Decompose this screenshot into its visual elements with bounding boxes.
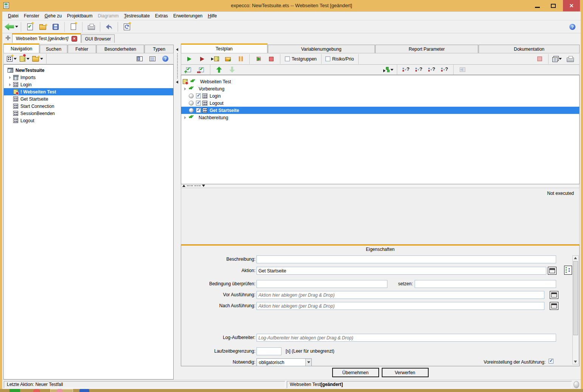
tree-item-login[interactable]: Login [4, 81, 173, 88]
notwendig-select[interactable]: obligatorisch [257, 358, 312, 366]
help-button[interactable]: ? [566, 22, 578, 32]
new-document-button[interactable] [67, 22, 79, 32]
collapse-up-icon[interactable] [182, 185, 185, 187]
tab-navigation[interactable]: Navigation [3, 44, 39, 53]
verwerfen-button[interactable]: Verwerfen [382, 368, 429, 377]
open-button[interactable] [37, 22, 49, 32]
tab-testplan[interactable]: Testplan [181, 44, 267, 53]
run-mode-button[interactable] [382, 64, 394, 75]
stop-button[interactable] [265, 54, 277, 64]
log-aufbereiter-dropzone[interactable] [257, 334, 556, 342]
move-down-button[interactable] [226, 64, 238, 75]
expander-icon[interactable] [9, 76, 11, 79]
query-skip-button[interactable] [400, 64, 412, 75]
help-button[interactable]: ? [159, 53, 171, 64]
new-testplan-button[interactable] [19, 53, 31, 64]
tab-besonderheiten[interactable]: Besonderheiten [96, 45, 145, 53]
menu-projektbaum[interactable]: Projektbaum [64, 12, 95, 20]
testplan-item-login[interactable]: Login [181, 92, 579, 100]
menu-hilfe[interactable]: Hilfe [205, 12, 219, 20]
scroll-down-icon[interactable] [574, 361, 577, 363]
collapse-left-icon[interactable] [176, 81, 178, 84]
testplan-item-nachbereitung[interactable]: Nachbereitung [181, 114, 579, 121]
menu-datei[interactable]: Datei [5, 12, 21, 20]
expander-icon[interactable] [184, 116, 186, 119]
tab-webseiten-test[interactable]: Webseiten Test [geändert] ✕ [12, 33, 81, 43]
undo-button[interactable] [103, 22, 115, 32]
menu-erweiterungen[interactable]: Erweiterungen [171, 12, 205, 20]
tree-item-get-startseite[interactable]: Get Startseite [4, 95, 173, 103]
tab-report-parameter[interactable]: Report Parameter [375, 45, 479, 53]
tree-item-session-beenden[interactable]: SessionBeenden [4, 110, 173, 117]
risiko-prio-checkbox[interactable] [325, 56, 330, 61]
item-checkbox[interactable] [196, 108, 201, 113]
tab-dokumentation[interactable]: Dokumentation [479, 45, 580, 53]
check-all-button[interactable] [182, 64, 194, 75]
tab-close-icon[interactable]: ✕ [72, 36, 77, 42]
uebernehmen-button[interactable]: Übernehmen [332, 368, 379, 377]
new-folder-button[interactable] [31, 53, 44, 64]
vor-browse-button[interactable] [550, 291, 558, 299]
add-tab-icon[interactable]: ✚ [5, 34, 11, 42]
tab-typen[interactable]: Typen [145, 45, 174, 53]
expander-icon[interactable] [184, 87, 186, 90]
print-button[interactable] [85, 22, 97, 32]
menu-fenster[interactable]: Fenster [21, 12, 42, 20]
tab-gui-browser[interactable]: GUI Browser [81, 34, 115, 43]
scrollbar-thumb[interactable] [573, 261, 578, 335]
taskbar-icon-pink[interactable] [57, 389, 63, 392]
abort-button[interactable] [533, 54, 546, 64]
report-pages-button[interactable] [551, 54, 563, 64]
check-document-button[interactable] [24, 22, 36, 32]
item-checkbox[interactable] [196, 93, 201, 98]
vor-ausfuehrung-dropzone[interactable] [257, 291, 544, 299]
tab-variablenumgebung[interactable]: Variablenumgebung [268, 45, 375, 53]
menu-gehe-zu[interactable]: Gehe zu [42, 12, 64, 20]
tree-item-logout[interactable]: Logout [4, 117, 173, 124]
aktion-browse-button[interactable] [548, 267, 557, 275]
setzen-input[interactable] [415, 280, 556, 288]
nach-ausfuehrung-dropzone[interactable] [257, 302, 544, 310]
menu-extras[interactable]: Extras [152, 12, 171, 20]
print-report-button[interactable] [564, 54, 576, 64]
testplan-root[interactable]: Webseiten Test [181, 78, 579, 85]
item-checkbox[interactable] [196, 101, 201, 106]
splitter-handle[interactable] [194, 185, 201, 186]
taskbar-icon-blue[interactable] [79, 389, 89, 392]
aktion-input[interactable] [257, 267, 546, 275]
bedingung-input[interactable] [257, 280, 387, 288]
result-splitter[interactable] [181, 184, 580, 188]
tree-item-webseiten-test[interactable]: ! Webseiten Test [4, 88, 173, 95]
taskbar-icon-green[interactable] [9, 389, 20, 392]
run-button[interactable] [183, 54, 195, 64]
beschreibung-input[interactable] [257, 255, 556, 263]
taskbar-icon-red[interactable] [33, 389, 40, 392]
reload-browser-button[interactable] [121, 22, 133, 32]
maximize-button[interactable] [547, 0, 560, 11]
new-testcase-button[interactable] [6, 53, 18, 64]
tree-item-imports[interactable]: Imports [4, 74, 173, 81]
tree-item-root[interactable]: NewTestsuite [4, 67, 173, 74]
query-inconclusive-button[interactable] [438, 64, 451, 75]
testplan-item-vorbereitung[interactable]: Vorbereitung [181, 85, 579, 92]
collapse-left-icon[interactable] [176, 48, 178, 51]
panel-splitter[interactable] [174, 44, 181, 380]
run-selected-button[interactable] [209, 54, 221, 64]
save-button[interactable] [50, 22, 62, 32]
query-error-button[interactable] [413, 64, 425, 75]
run-with-debug-button[interactable] [196, 54, 208, 64]
uncheck-all-button[interactable] [195, 64, 207, 75]
collapse-down-icon[interactable] [202, 185, 205, 187]
splitter-handle[interactable] [177, 53, 178, 78]
move-up-button[interactable] [213, 64, 225, 75]
testgruppen-checkbox[interactable] [285, 56, 290, 61]
close-button[interactable]: ✕ [563, 0, 580, 11]
properties-scrollbar[interactable] [572, 255, 579, 364]
tab-suchen[interactable]: Suchen [40, 45, 67, 53]
testplan-item-get-startseite[interactable]: Get Startseite [181, 107, 579, 114]
menu-testresultate[interactable]: Testresultate [121, 12, 152, 20]
run-with-report-button[interactable] [222, 54, 234, 64]
voreinstellung-checkbox[interactable] [549, 359, 553, 364]
pause-button[interactable] [235, 54, 247, 64]
dropdown-button[interactable] [305, 359, 311, 366]
